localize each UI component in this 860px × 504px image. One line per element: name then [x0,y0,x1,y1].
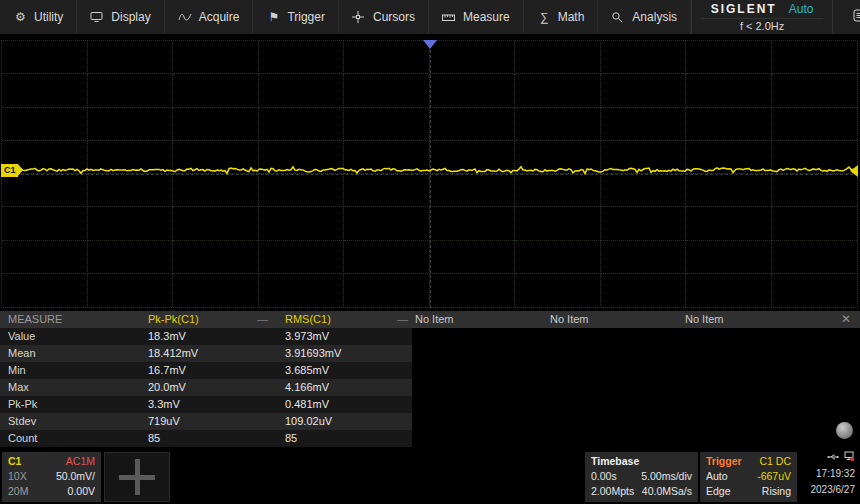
acquire-icon [178,11,193,23]
trigger-source: C1 DC [759,454,791,469]
acquisition-status: Auto [789,2,814,16]
brand-logo: SIGLENT [711,2,777,16]
measure-row-label: Max [8,379,29,396]
timebase-box[interactable]: Timebase 0.00s 5.00ms/div 2.00Mpts 40.0M… [585,452,698,502]
channel-list-icon [853,9,860,25]
menu-label: Analysis [632,10,677,24]
topbar-right: SIGLENT Auto f < 2.0Hz C1 [691,0,860,34]
measure-value-pkpk: 85 [148,430,160,447]
measure-column-pkpk[interactable]: Pk-Pk(C1) [148,311,199,328]
channel-scale: 50.0mV/ [56,469,95,484]
analysis-icon [611,11,626,23]
measure-row: Stdev719uV109.02uV [0,413,412,430]
menu-trigger[interactable]: ⚑ Trigger [253,0,339,34]
trigger-level-marker[interactable] [850,165,858,177]
top-menu-bar: ⚙ Utility Display Acquire ⚑ Trigger [0,0,860,34]
clock-time: 17:19:32 [800,466,855,482]
math-icon: ∑ [537,11,552,23]
timebase-title: Timebase [591,454,639,469]
measure-value-pkpk: 20.0mV [148,379,186,396]
menu-utility[interactable]: ⚙ Utility [0,0,77,34]
trigger-mode: Auto [706,469,728,484]
waveform-canvas [1,40,858,308]
trigger-level: -667uV [757,469,791,484]
timebase-scale: 5.00ms/div [641,469,692,484]
menu-label: Cursors [373,10,415,24]
measure-value-rms: 3.973mV [285,328,329,345]
channel-c1-box[interactable]: C1 AC1M 10X 50.0mV/ 20M 0.00V [2,452,101,502]
menu-list: ⚙ Utility Display Acquire ⚑ Trigger [0,0,691,34]
timebase-samplerate: 40.0MSa/s [642,484,692,499]
floating-ball-handle[interactable] [836,422,853,439]
trigger-position-marker[interactable] [423,40,437,49]
menu-math[interactable]: ∑ Math [524,0,599,34]
usb-icon [827,451,839,467]
channel-name: C1 [8,454,21,469]
close-icon[interactable]: ✕ [841,311,851,328]
trigger-type: Edge [706,484,731,499]
waveform-display[interactable]: C1 [1,40,858,308]
measure-row-label: Stdev [8,413,36,430]
status-box[interactable]: SIGLENT Auto f < 2.0Hz [691,0,832,34]
add-channel-button[interactable] [104,452,170,502]
channel-badge[interactable]: C1 [832,0,860,34]
clock-date: 2023/6/27 [800,482,855,498]
measure-column-empty-2[interactable]: No Item [550,311,589,328]
measure-row: Min16.7mV3.685mV [0,362,412,379]
plus-icon [135,459,140,495]
measure-row: Pk-Pk3.3mV0.481mV [0,396,412,413]
column-options-dash-icon[interactable]: — [257,311,268,328]
measure-column-empty-3[interactable]: No Item [685,311,724,328]
timebase-memory: 2.00Mpts [591,484,634,499]
menu-label: Trigger [287,10,325,24]
measure-rows: Value18.3mV3.973mVMean18.412mV3.91693mVM… [0,328,860,447]
measure-value-pkpk: 3.3mV [148,396,180,413]
status-icons [800,452,855,466]
measure-header: MEASURE Pk-Pk(C1) — RMS(C1) — No Item No… [0,311,860,328]
measure-title: MEASURE [8,311,62,328]
menu-label: Utility [34,10,63,24]
trigger-frequency: f < 2.0Hz [701,18,822,32]
measure-row-label: Value [8,328,35,345]
display-icon [90,11,105,23]
column-options-dash-icon[interactable]: — [397,311,408,328]
menu-measure[interactable]: Measure [429,0,524,34]
menu-cursors[interactable]: Cursors [339,0,429,34]
timebase-delay: 0.00s [591,469,617,484]
channel-probe: 10X [8,469,27,484]
measure-value-rms: 109.02uV [285,413,332,430]
measure-panel: MEASURE Pk-Pk(C1) — RMS(C1) — No Item No… [0,311,860,447]
menu-label: Math [558,10,585,24]
menu-acquire[interactable]: Acquire [165,0,254,34]
measure-row-label: Pk-Pk [8,396,37,413]
measure-row: Value18.3mV3.973mV [0,328,412,345]
menu-display[interactable]: Display [77,0,164,34]
measure-row-label: Count [8,430,37,447]
measure-value-rms: 85 [285,430,297,447]
menu-analysis[interactable]: Analysis [598,0,691,34]
measure-row: Mean18.412mV3.91693mV [0,345,412,362]
measure-value-pkpk: 16.7mV [148,362,186,379]
menu-label: Measure [463,10,510,24]
cursors-icon [352,11,367,23]
utility-icon: ⚙ [13,11,28,23]
measure-value-pkpk: 18.3mV [148,328,186,345]
waveform-trace-c1 [1,167,857,174]
channel-offset-marker[interactable]: C1 [1,164,18,177]
menu-label: Display [111,10,150,24]
channel-coupling: AC1M [66,454,95,469]
lan-status-icon [843,451,855,467]
trigger-flag-icon: ⚑ [266,11,281,23]
oscilloscope-screen: ⚙ Utility Display Acquire ⚑ Trigger [0,0,860,504]
measure-row-label: Min [8,362,26,379]
measure-value-rms: 3.91693mV [285,345,341,362]
measure-column-rms[interactable]: RMS(C1) [285,311,331,328]
measure-row-label: Mean [8,345,36,362]
trigger-box[interactable]: Trigger C1 DC Auto -667uV Edge Rising [700,452,797,502]
measure-column-empty-1[interactable]: No Item [415,311,454,328]
clock-box[interactable]: 17:19:32 2023/6/27 [800,452,858,502]
measure-row: Count8585 [0,430,412,447]
measure-value-pkpk: 18.412mV [148,345,198,362]
measure-icon [442,12,457,23]
channel-bandwidth: 20M [8,484,28,499]
